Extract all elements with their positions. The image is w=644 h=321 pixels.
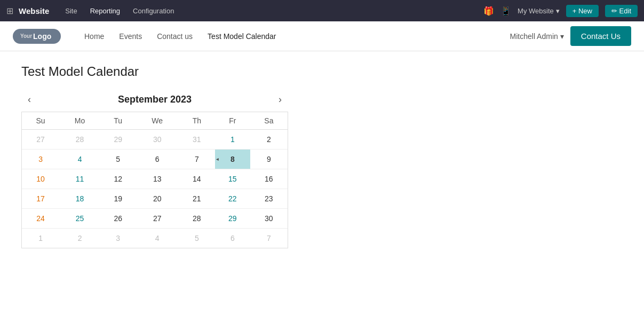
calendar-day[interactable]: 5 [179,229,215,248]
col-sa: Sa [250,112,288,130]
calendar-day[interactable]: 21 [179,189,215,209]
calendar-day[interactable]: 22 [215,189,250,209]
calendar-week-row: 1234567 [22,229,288,248]
calendar-week-row: 272829303112 [22,130,288,150]
calendar-day[interactable]: 3 [100,229,136,248]
calendar-week-row: 17181920212223 [22,189,288,209]
calendar-day[interactable]: 13 [136,169,179,189]
calendar-day[interactable]: 31 [179,130,215,150]
calendar-day[interactable]: 16 [250,169,288,189]
mobile-icon[interactable]: 📱 [500,6,511,16]
calendar-table: Su Mo Tu We Th Fr Sa 27282930311234567◂8… [22,112,288,248]
col-mo: Mo [59,112,100,130]
col-we: We [136,112,179,130]
calendar-day[interactable]: 10 [22,169,59,189]
app-name: Website [19,6,49,15]
website-nav-links: Home Events Contact us Test Model Calend… [78,30,510,43]
col-fr: Fr [215,112,250,130]
calendar-container: ‹ September 2023 › Su Mo Tu We Th Fr Sa [21,92,288,248]
calendar-grid-wrapper: Su Mo Tu We Th Fr Sa 27282930311234567◂8… [21,112,288,248]
user-chevron-icon: ▾ [560,32,564,41]
calendar-body: 27282930311234567◂8910111213141516171819… [22,130,288,248]
calendar-day[interactable]: 11 [59,169,100,189]
calendar-day[interactable]: 15 [215,169,250,189]
col-th: Th [179,112,215,130]
calendar-week-row: 34567◂89 [22,150,288,169]
nav-link-contact[interactable]: Contact us [150,30,199,43]
website-nav: Your Logo Home Events Contact us Test Mo… [0,21,644,51]
calendar-day[interactable]: 4 [59,150,100,169]
calendar-day[interactable]: 19 [100,189,136,209]
calendar-day[interactable]: 2 [59,229,100,248]
calendar-next-button[interactable]: › [274,92,286,107]
calendar-day[interactable]: 29 [100,130,136,150]
calendar-day[interactable]: 30 [136,130,179,150]
page-content: Test Model Calendar ‹ September 2023 › S… [0,51,644,261]
calendar-day[interactable]: 6 [136,150,179,169]
calendar-day[interactable]: 5 [100,150,136,169]
logo[interactable]: Your Logo [13,29,61,44]
calendar-day[interactable]: 4 [136,229,179,248]
user-name-dropdown[interactable]: Mitchell Admin ▾ [510,32,564,41]
website-nav-right: Mitchell Admin ▾ Contact Us [510,26,631,46]
calendar-month-year: September 2023 [118,94,192,105]
calendar-day[interactable]: 7 [179,150,215,169]
calendar-day[interactable]: 29 [215,209,250,229]
topbar-nav-reporting[interactable]: Reporting [85,0,125,21]
calendar-day[interactable]: ◂8 [215,150,250,169]
nav-link-calendar[interactable]: Test Model Calendar [201,30,282,43]
calendar-header-row: Su Mo Tu We Th Fr Sa [22,112,288,130]
calendar-day[interactable]: 6 [215,229,250,248]
calendar-day[interactable]: 7 [250,229,288,248]
top-bar: ⊞ Website Site Reporting Configuration 🎁… [0,0,644,21]
calendar-day[interactable]: 2 [250,130,288,150]
logo-your: Your [20,33,32,39]
calendar-day[interactable]: 1 [215,130,250,150]
calendar-day[interactable]: 27 [22,130,59,150]
calendar-day[interactable]: 30 [250,209,288,229]
calendar-day[interactable]: 24 [22,209,59,229]
calendar-day[interactable]: 28 [59,130,100,150]
page-title: Test Model Calendar [21,64,623,79]
calendar-day[interactable]: 23 [250,189,288,209]
calendar-day[interactable]: 1 [22,229,59,248]
calendar-week-row: 10111213141516 [22,169,288,189]
calendar-day[interactable]: 28 [179,209,215,229]
gift-icon[interactable]: 🎁 [483,6,494,16]
calendar-day[interactable]: 17 [22,189,59,209]
grid-icon[interactable]: ⊞ [6,6,13,16]
chevron-down-icon: ▾ [556,7,560,15]
calendar-day[interactable]: 9 [250,150,288,169]
topbar-nav-configuration[interactable]: Configuration [128,0,179,21]
calendar-day[interactable]: 12 [100,169,136,189]
calendar-day[interactable]: 14 [179,169,215,189]
calendar-day[interactable]: 18 [59,189,100,209]
calendar-week-row: 24252627282930 [22,209,288,229]
calendar-day[interactable]: 27 [136,209,179,229]
calendar-day[interactable]: 25 [59,209,100,229]
logo-text: Logo [33,32,51,41]
calendar-day[interactable]: 20 [136,189,179,209]
new-button[interactable]: + New [566,5,599,17]
calendar-day[interactable]: 26 [100,209,136,229]
calendar-prev-button[interactable]: ‹ [23,92,35,107]
col-su: Su [22,112,59,130]
calendar-day[interactable]: 3 [22,150,59,169]
nav-link-home[interactable]: Home [78,30,110,43]
nav-link-events[interactable]: Events [113,30,148,43]
contact-us-button[interactable]: Contact Us [570,26,631,46]
calendar-header: ‹ September 2023 › [21,92,288,107]
edit-button[interactable]: ✏ Edit [605,5,638,17]
topbar-nav-site[interactable]: Site [60,0,82,21]
col-tu: Tu [100,112,136,130]
my-website-dropdown[interactable]: My Website ▾ [518,7,560,15]
